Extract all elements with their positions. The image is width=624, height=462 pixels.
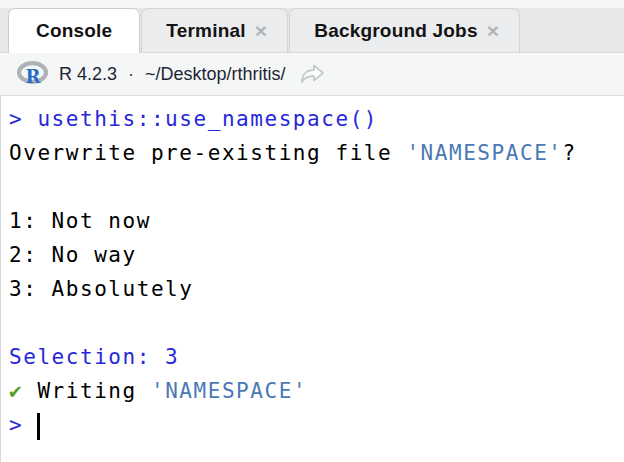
console-line bbox=[9, 306, 624, 340]
console-text-segment: 2: No way bbox=[9, 243, 137, 267]
console-text-segment: ? bbox=[563, 141, 577, 165]
console-line: Selection: 3 bbox=[9, 340, 624, 374]
close-icon[interactable]: × bbox=[487, 20, 499, 41]
working-directory-label: ~/Desktop/rthritis/ bbox=[145, 64, 286, 85]
console-text-segment: > usethis::use_namespace() bbox=[9, 107, 378, 131]
console-text-segment: 1: Not now bbox=[9, 209, 151, 233]
tab-console-label: Console bbox=[36, 20, 112, 42]
rstudio-console-pane: Console Terminal × Background Jobs × R R… bbox=[0, 0, 624, 462]
console-text-segment: 3: Absolutely bbox=[9, 277, 194, 301]
tab-bar: Console Terminal × Background Jobs × bbox=[0, 0, 624, 53]
console-text-segment: Writing bbox=[23, 379, 151, 403]
svg-text:R: R bbox=[26, 66, 42, 87]
tab-background-jobs[interactable]: Background Jobs × bbox=[289, 8, 520, 52]
console-line: 3: Absolutely bbox=[9, 272, 624, 306]
console-text-segment: Overwrite pre-existing file bbox=[9, 141, 406, 165]
tab-terminal-label: Terminal bbox=[166, 20, 245, 42]
tab-background-jobs-label: Background Jobs bbox=[314, 20, 477, 42]
text-cursor bbox=[37, 413, 40, 440]
open-in-new-window-icon[interactable] bbox=[298, 62, 326, 86]
console-toolbar: R R 4.2.3 · ~/Desktop/rthritis/ bbox=[0, 53, 624, 96]
console-line: Overwrite pre-existing file 'NAMESPACE'? bbox=[9, 136, 624, 170]
console-line bbox=[9, 170, 624, 204]
console-text-segment: > bbox=[9, 413, 37, 437]
console-text-segment: ✔ bbox=[9, 379, 23, 403]
console-line: > bbox=[9, 408, 624, 442]
r-version-label: R 4.2.3 bbox=[59, 64, 117, 85]
tab-terminal[interactable]: Terminal × bbox=[141, 8, 288, 52]
console-line: 2: No way bbox=[9, 238, 624, 272]
close-icon[interactable]: × bbox=[255, 20, 267, 41]
console-text-segment: 'NAMESPACE' bbox=[406, 141, 562, 165]
console-line: 1: Not now bbox=[9, 204, 624, 238]
console-output[interactable]: > usethis::use_namespace()Overwrite pre-… bbox=[0, 96, 624, 462]
separator-dot: · bbox=[128, 64, 134, 85]
tab-console[interactable]: Console bbox=[8, 8, 140, 53]
console-line: ✔ Writing 'NAMESPACE' bbox=[9, 374, 624, 408]
console-line: > usethis::use_namespace() bbox=[9, 102, 624, 136]
console-text-segment: Selection: 3 bbox=[9, 345, 179, 369]
console-text-segment: 'NAMESPACE' bbox=[151, 379, 307, 403]
r-logo-icon: R bbox=[16, 61, 49, 87]
